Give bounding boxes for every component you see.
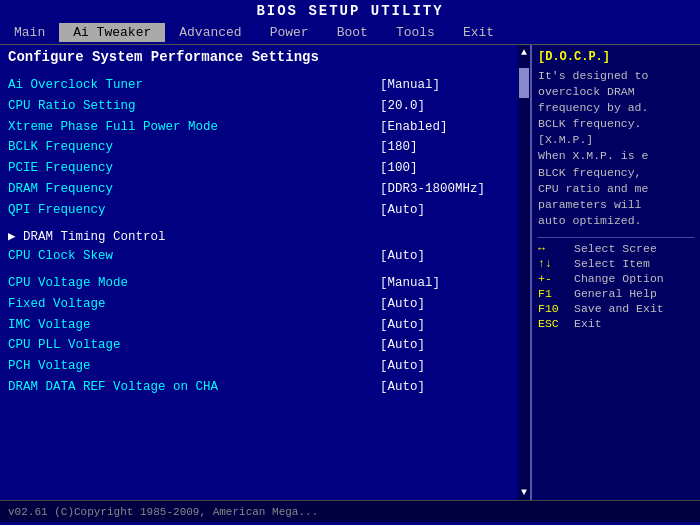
menu-main[interactable]: Main <box>0 23 59 42</box>
table-row[interactable]: DRAM DATA REF Voltage on CHA [Auto] <box>8 377 510 398</box>
setting-value: [Auto] <box>370 295 510 314</box>
help-line: BCLK frequency. <box>538 116 694 132</box>
table-row[interactable]: Fixed Voltage [Auto] <box>8 294 510 315</box>
setting-label: CPU Ratio Setting <box>8 97 136 116</box>
table-row[interactable]: PCH Voltage [Auto] <box>8 356 510 377</box>
bios-title: BIOS SETUP UTILITY <box>0 0 700 21</box>
setting-label: Ai Overclock Tuner <box>8 76 143 95</box>
help-line: auto optimized. <box>538 213 694 229</box>
separator <box>538 237 694 238</box>
key-desc: General Help <box>574 287 657 300</box>
section-title: Configure System Performance Settings <box>8 49 510 67</box>
scroll-up-icon[interactable]: ▲ <box>521 47 527 58</box>
setting-value: [Auto] <box>370 201 510 220</box>
setting-value: [Enabled] <box>370 118 510 137</box>
setting-value: [Manual] <box>370 76 510 95</box>
footer-text: v02.61 (C)Copyright 1985-2009, American … <box>8 506 318 518</box>
key-desc: Select Item <box>574 257 650 270</box>
key-help-row: ESC Exit <box>538 317 694 330</box>
scrollbar[interactable]: ▲ ▼ <box>518 45 530 500</box>
key-help-row: F10 Save and Exit <box>538 302 694 315</box>
setting-label: Fixed Voltage <box>8 295 106 314</box>
right-panel: [D.O.C.P.] It's designed to overclock DR… <box>530 45 700 500</box>
key-label: ESC <box>538 317 574 330</box>
table-row[interactable]: CPU Ratio Setting [20.0] <box>8 96 510 117</box>
setting-label: Xtreme Phase Full Power Mode <box>8 118 218 137</box>
help-line: [X.M.P.] <box>538 132 694 148</box>
menu-exit[interactable]: Exit <box>449 23 508 42</box>
key-label: ↑↓ <box>538 257 574 270</box>
key-help-row: F1 General Help <box>538 287 694 300</box>
title-text: BIOS SETUP UTILITY <box>256 3 443 19</box>
help-line: BLCK frequency, <box>538 165 694 181</box>
menu-advanced[interactable]: Advanced <box>165 23 255 42</box>
menu-bar: Main Ai Tweaker Advanced Power Boot Tool… <box>0 21 700 44</box>
key-desc: Exit <box>574 317 602 330</box>
setting-value: [Auto] <box>370 316 510 335</box>
setting-value: [100] <box>370 159 510 178</box>
key-desc: Change Option <box>574 272 664 285</box>
setting-label: BCLK Frequency <box>8 138 113 157</box>
setting-value: [Auto] <box>370 247 510 266</box>
menu-ai-tweaker[interactable]: Ai Tweaker <box>59 23 165 42</box>
setting-value: [Manual] <box>370 274 510 293</box>
table-row[interactable]: PCIE Frequency [100] <box>8 158 510 179</box>
setting-value: [Auto] <box>370 378 510 397</box>
voltage-settings-table: CPU Voltage Mode [Manual] Fixed Voltage … <box>8 273 510 398</box>
key-label: ↔ <box>538 242 574 255</box>
key-desc: Save and Exit <box>574 302 664 315</box>
setting-label: PCH Voltage <box>8 357 91 376</box>
setting-value: [180] <box>370 138 510 157</box>
table-row[interactable]: IMC Voltage [Auto] <box>8 315 510 336</box>
key-help-row: ↔ Select Scree <box>538 242 694 255</box>
table-row[interactable]: QPI Frequency [Auto] <box>8 200 510 221</box>
table-row[interactable]: Ai Overclock Tuner [Manual] <box>8 75 510 96</box>
scrollbar-thumb[interactable] <box>519 68 529 98</box>
key-desc: Select Scree <box>574 242 657 255</box>
bottom-bar: v02.61 (C)Copyright 1985-2009, American … <box>0 500 700 522</box>
settings-table: Ai Overclock Tuner [Manual] CPU Ratio Se… <box>8 75 510 220</box>
setting-label: QPI Frequency <box>8 201 106 220</box>
help-title: [D.O.C.P.] <box>538 50 694 64</box>
key-label: F10 <box>538 302 574 315</box>
table-row[interactable]: CPU Clock Skew [Auto] <box>8 246 510 267</box>
table-row[interactable]: BCLK Frequency [180] <box>8 137 510 158</box>
table-row[interactable]: CPU Voltage Mode [Manual] <box>8 273 510 294</box>
submenu-dram-timing[interactable]: DRAM Timing Control <box>8 226 510 246</box>
help-line: frequency by ad. <box>538 100 694 116</box>
key-label: +- <box>538 272 574 285</box>
setting-label: PCIE Frequency <box>8 159 113 178</box>
setting-value: [20.0] <box>370 97 510 116</box>
setting-value: [Auto] <box>370 357 510 376</box>
setting-value: [DDR3-1800MHz] <box>370 180 510 199</box>
help-line: When X.M.P. is e <box>538 148 694 164</box>
key-help-row: ↑↓ Select Item <box>538 257 694 270</box>
table-row[interactable]: CPU PLL Voltage [Auto] <box>8 335 510 356</box>
help-line: overclock DRAM <box>538 84 694 100</box>
setting-label: IMC Voltage <box>8 316 91 335</box>
setting-label: CPU Voltage Mode <box>8 274 128 293</box>
help-line: It's designed to <box>538 68 694 84</box>
main-content: Configure System Performance Settings Ai… <box>0 44 700 500</box>
help-line: CPU ratio and me <box>538 181 694 197</box>
key-help-row: +- Change Option <box>538 272 694 285</box>
menu-boot[interactable]: Boot <box>323 23 382 42</box>
setting-label: CPU PLL Voltage <box>8 336 121 355</box>
table-row[interactable]: Xtreme Phase Full Power Mode [Enabled] <box>8 117 510 138</box>
help-text: It's designed to overclock DRAM frequenc… <box>538 68 694 229</box>
table-row[interactable]: DRAM Frequency [DDR3-1800MHz] <box>8 179 510 200</box>
scroll-down-icon[interactable]: ▼ <box>521 487 527 498</box>
setting-value: [Auto] <box>370 336 510 355</box>
help-line: parameters will <box>538 197 694 213</box>
key-label: F1 <box>538 287 574 300</box>
left-panel: Configure System Performance Settings Ai… <box>0 45 518 500</box>
menu-tools[interactable]: Tools <box>382 23 449 42</box>
menu-power[interactable]: Power <box>256 23 323 42</box>
setting-label: CPU Clock Skew <box>8 247 113 266</box>
setting-label: DRAM Frequency <box>8 180 113 199</box>
setting-label: DRAM DATA REF Voltage on CHA <box>8 378 218 397</box>
